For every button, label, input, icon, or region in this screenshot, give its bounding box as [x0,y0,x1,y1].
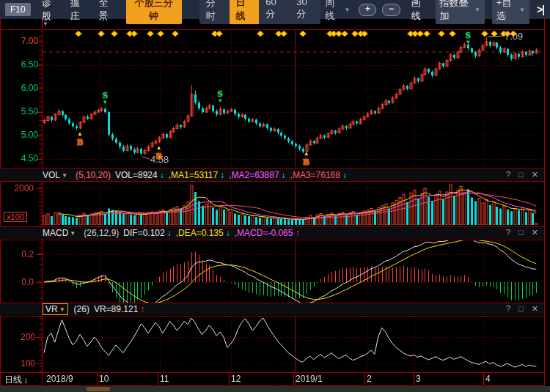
macd-axis-label: 0.2 [0,249,34,259]
zoom-in-button[interactable]: + [359,4,376,16]
period-tab[interactable]: 分时 [199,0,230,24]
chevron-down-icon: ▼ [70,230,76,237]
f10-button[interactable]: F10 [5,3,31,16]
buy-signal-marker: ▲B [301,151,312,166]
macd-indicator-selector[interactable]: MACD ▼ [43,228,78,238]
vr-axis-label: 100 [0,358,35,369]
up-arrow-icon: ↑ [295,228,299,238]
price-axis-label: 6.00 [0,83,38,93]
down-arrow-icon: ↓ [23,375,28,385]
vol-ma2-value: ,MA2=63887 [229,170,279,180]
date-axis-label: 4 [485,374,491,384]
collapse-panel-icon[interactable]: >| [537,4,544,15]
draw-line-button[interactable]: 画线 [411,0,428,23]
panorama-button[interactable]: 全景 [99,0,117,23]
help-button[interactable]: ? [506,170,510,179]
up-arrow-icon: ↑ [140,304,144,314]
date-axis-label: 2019/1 [296,374,323,384]
date-axis-label: 11 [160,374,169,384]
vol-params: (5,10,20) [76,170,111,180]
stock-3min-button[interactable]: 个股三分钟 [126,0,182,24]
period-tab[interactable]: 日线 [230,0,260,24]
diagnose-button[interactable]: 诊股 [42,0,59,23]
add-watchlist-dropdown[interactable]: +自选 ▼ [492,0,529,24]
macd-window-buttons: ? □ ✕ [500,228,538,237]
down-arrow-icon: ▼ [465,40,471,45]
chevron-down-icon: ▼ [519,7,525,13]
signal-letter: S [103,90,108,100]
buy-signal-marker: ▲B [74,131,86,147]
sell-signal-marker: S▼ [214,89,226,104]
macd-title: MACD [43,228,68,238]
price-axis-label: 4.50 [0,153,38,163]
macd-dif-value: DIF=0.102 [123,228,164,238]
date-axis-label: 2018/9 [46,374,73,384]
vr-window-buttons: ? □ ✕ [500,304,538,314]
chevron-down-icon: ▼ [62,172,67,179]
vr-axis-label: 200 [0,332,35,342]
index-overlay-dropdown[interactable]: 指数叠加 ▼ [436,0,485,24]
down-arrow-icon: ▼ [102,100,108,106]
chart-plot-area[interactable] [0,0,550,392]
macd-panel-header: MACD ▼ (26,12,9) DIF=0.102 ↓ ,DEA=0.135 … [0,227,544,239]
close-panel-button[interactable]: ✕ [532,170,538,179]
horizontal-scrollbar[interactable] [0,386,550,392]
vol-ma1-value: ,MA1=53117 [169,170,219,180]
period-tabs: 分时日线60分30分 [199,0,320,24]
vr-params: (26) [74,304,89,314]
vr-title: VR [45,304,58,314]
period-tab[interactable]: 30分 [290,0,320,24]
period-tab[interactable]: 60分 [259,0,290,24]
weekly-tab[interactable]: 周线 ▼ [322,0,353,24]
date-axis-label: 2 [367,374,372,384]
sell-signal-marker: S▼ [462,30,474,45]
down-arrow-icon: ↓ [342,170,347,180]
maximize-panel-button[interactable]: □ [518,170,524,179]
add-watchlist-label: +自选 [496,0,517,23]
down-arrow-icon: ↓ [282,170,286,180]
vr-indicator-selector[interactable]: VR ▼ [43,303,68,315]
vol-value: VOL=8924 [115,170,158,180]
vol-axis-label: 2000 [0,183,34,193]
macd-dea-value: ,DEA=0.135 [176,228,224,238]
down-arrow-icon: ↓ [160,170,164,180]
signal-letter: B [77,137,84,147]
maximize-panel-button[interactable]: □ [518,228,524,237]
down-arrow-icon: ↓ [226,228,230,238]
vol-unit-label: x100 [4,212,27,222]
down-arrow-icon: ▼ [217,98,223,104]
help-button[interactable]: ? [506,228,510,237]
vol-indicator-selector[interactable]: VOL ▼ [43,170,70,180]
date-axis-label: 12 [231,374,241,384]
vr-panel-header: VR ▼ (26) VR=89.121 ↑ ? □ ✕ [0,303,544,315]
chevron-down-icon: ▼ [474,7,480,13]
price-axis-label: 6.50 [0,59,38,70]
banker-detect-button[interactable]: 搵庄 [70,0,88,23]
close-panel-button[interactable]: ✕ [532,228,538,237]
weekly-tab-label: 周线 [325,0,342,23]
help-button[interactable]: ? [506,304,510,313]
index-overlay-label: 指数叠加 [440,0,472,23]
zoom-out-button[interactable]: − [382,4,400,16]
maximize-panel-button[interactable]: □ [518,304,524,313]
chevron-down-icon: ▼ [59,306,65,313]
date-axis-label: 10 [99,374,109,384]
high-price-annotation: 7.09 [505,31,523,42]
vol-ma3-value: ,MA3=76168 [290,170,340,180]
chevron-down-icon: ▼ [344,7,350,13]
close-panel-button[interactable]: ✕ [532,304,538,313]
vol-panel-header: VOL ▼ (5,10,20) VOL=8924 ↓ ,MA1=53117 ↓ … [0,169,544,181]
price-axis-label: 5.50 [0,106,38,117]
price-axis-label: 7.00 [0,36,38,46]
down-arrow-icon: ↓ [167,228,172,238]
signal-letter: B [303,157,309,166]
macd-params: (26,12,9) [84,228,119,238]
vol-window-buttons: ? □ ✕ [500,170,538,180]
app-window: F10 诊股 搵庄 全景 个股三分钟 分时日线60分30分 周线 ▼ + − 画… [0,0,550,392]
bottom-period-selector[interactable]: 日线 ↓ [4,374,28,386]
vr-value: VR=89.121 [94,304,138,314]
sell-signal-marker: S▼ [99,90,111,106]
scrollbar-thumb[interactable] [87,387,110,391]
toolbar-right-group: 画线 指数叠加 ▼ +自选 ▼ >| [400,0,544,24]
macd-axis-label: 0.0 [0,277,34,287]
